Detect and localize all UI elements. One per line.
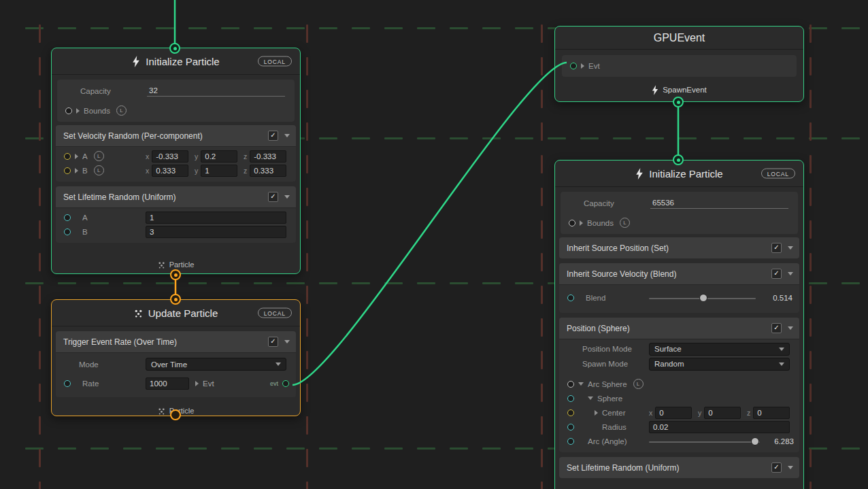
float-port[interactable] — [567, 438, 574, 445]
node-update-particle[interactable]: Update Particle LOCAL Trigger Event Rate… — [51, 299, 301, 416]
block-header[interactable]: Inherit Source Velocity (Blend) — [559, 263, 799, 285]
foldout-down-icon[interactable] — [588, 397, 593, 400]
block-set-lifetime-random[interactable]: Set Lifetime Random (Uniform) — [559, 457, 799, 478]
collapse-chevron-icon[interactable] — [788, 466, 793, 469]
x-field[interactable]: 0.333 — [152, 165, 188, 177]
vector3-port[interactable] — [567, 409, 574, 416]
event-input-port[interactable] — [570, 63, 577, 69]
collapse-chevron-icon[interactable] — [788, 246, 793, 250]
block-set-velocity-random[interactable]: Set Velocity Random (Per-component) A L … — [56, 125, 296, 182]
foldout-right-icon[interactable] — [595, 410, 598, 416]
capacity-field[interactable]: 65536 — [650, 197, 788, 209]
block-inherit-source-velocity[interactable]: Inherit Source Velocity (Blend) Blend 0.… — [559, 263, 799, 313]
block-trigger-event-rate[interactable]: Trigger Event Rate (Over Time) Mode Over… — [56, 331, 296, 397]
enabled-checkbox[interactable] — [268, 131, 278, 141]
flow-port-initialize-left-bottom[interactable] — [170, 269, 181, 280]
block-header[interactable]: Set Lifetime Random (Uniform) — [56, 186, 296, 208]
flow-port-update-top[interactable] — [170, 294, 181, 305]
block-header[interactable]: Set Velocity Random (Per-component) — [56, 125, 296, 147]
block-inherit-source-position[interactable]: Inherit Source Position (Set) — [559, 237, 799, 258]
y-field[interactable]: 0.2 — [201, 150, 237, 163]
z-field[interactable]: 0 — [753, 407, 790, 419]
bounds-port[interactable] — [65, 107, 72, 114]
foldout-right-icon[interactable] — [75, 168, 78, 173]
collapse-chevron-icon[interactable] — [788, 272, 793, 275]
y-field[interactable]: 1 — [201, 165, 237, 177]
spawn-mode-dropdown[interactable]: Random — [649, 358, 790, 371]
flow-port-initialize-left-top[interactable] — [169, 43, 180, 54]
axis-x-label: x — [146, 167, 149, 175]
value-field[interactable]: 1 — [146, 212, 286, 224]
float-port[interactable] — [567, 294, 574, 301]
enabled-checkbox[interactable] — [268, 337, 278, 347]
enabled-checkbox[interactable] — [771, 462, 782, 473]
block-position-sphere[interactable]: Position (Sphere) Position Mode Surface … — [559, 318, 799, 452]
arc-angle-slider[interactable] — [649, 441, 760, 443]
radius-field[interactable]: 0.02 — [649, 421, 790, 433]
local-space-icon[interactable]: L — [116, 105, 127, 116]
collapse-chevron-icon[interactable] — [284, 195, 290, 199]
enabled-checkbox[interactable] — [268, 192, 278, 202]
node-initialize-particle-right[interactable]: Initialize Particle LOCAL Capacity 65536… — [554, 160, 804, 489]
event-output-port[interactable] — [282, 380, 289, 387]
x-field[interactable]: -0.333 — [152, 150, 188, 163]
arc-angle-value[interactable]: 6.283 — [761, 437, 794, 445]
local-space-icon[interactable]: L — [94, 151, 104, 161]
foldout-down-icon[interactable] — [578, 382, 584, 386]
float-port[interactable] — [64, 214, 71, 221]
arc-angle-label: Arc (Angle) — [588, 437, 627, 445]
foldout-right-icon[interactable] — [76, 108, 80, 114]
enabled-checkbox[interactable] — [771, 243, 782, 253]
foldout-right-icon[interactable] — [195, 381, 199, 386]
flow-port-initialize-right-top[interactable] — [673, 154, 684, 165]
enabled-checkbox[interactable] — [771, 269, 782, 279]
local-space-icon[interactable]: L — [94, 165, 104, 175]
vector3-port[interactable] — [64, 167, 71, 174]
foldout-right-icon[interactable] — [75, 154, 78, 159]
vfx-graph-canvas[interactable]: Initialize Particle LOCAL Capacity 32 Bo… — [0, 0, 868, 489]
collapse-chevron-icon[interactable] — [788, 326, 793, 330]
axis-y-label: y — [195, 167, 198, 175]
blend-slider[interactable] — [649, 298, 756, 299]
float-port[interactable] — [64, 229, 71, 235]
foldout-right-icon[interactable] — [581, 63, 584, 69]
float-port[interactable] — [64, 380, 71, 387]
float-port[interactable] — [567, 424, 574, 431]
collapse-chevron-icon[interactable] — [284, 340, 290, 343]
node-initialize-particle-left[interactable]: Initialize Particle LOCAL Capacity 32 Bo… — [51, 48, 301, 274]
blend-value[interactable]: 0.514 — [760, 294, 792, 302]
capacity-field[interactable]: 32 — [147, 85, 285, 97]
flow-port-gpuevent-bottom[interactable] — [673, 97, 684, 107]
vector3-port[interactable] — [64, 153, 71, 160]
block-set-lifetime-random[interactable]: Set Lifetime Random (Uniform) A 1 B 3 — [56, 186, 296, 243]
bounds-port[interactable] — [569, 220, 575, 226]
arc-sphere-port[interactable] — [567, 381, 574, 388]
block-header[interactable]: Position (Sphere) — [559, 318, 799, 339]
y-field[interactable]: 0 — [704, 407, 741, 419]
mode-label: Mode — [79, 360, 99, 369]
value-field[interactable]: 3 — [146, 226, 286, 238]
block-header[interactable]: Inherit Source Position (Set) — [559, 237, 799, 258]
z-field[interactable]: 0.333 — [250, 165, 286, 177]
rate-field[interactable]: 1000 — [146, 377, 189, 390]
context-title-bar[interactable]: GPUEvent — [555, 27, 803, 50]
flow-port-update-bottom[interactable] — [170, 409, 181, 420]
sphere-port[interactable] — [567, 395, 574, 402]
local-space-icon[interactable]: L — [633, 379, 644, 389]
x-field[interactable]: 0 — [655, 407, 692, 419]
slider-knob[interactable] — [699, 294, 707, 302]
enabled-checkbox[interactable] — [771, 323, 782, 333]
z-field[interactable]: -0.333 — [250, 150, 286, 163]
local-space-icon[interactable]: L — [620, 218, 630, 228]
position-mode-dropdown[interactable]: Surface — [649, 343, 790, 356]
block-header[interactable]: Trigger Event Rate (Over Time) — [56, 331, 296, 353]
arc-angle-row: Arc (Angle) 6.283 — [559, 434, 799, 448]
collapse-chevron-icon[interactable] — [284, 134, 290, 137]
foldout-right-icon[interactable] — [580, 220, 583, 226]
slider-knob[interactable] — [751, 437, 759, 445]
mode-dropdown[interactable]: Over Time — [146, 358, 286, 371]
block-header[interactable]: Set Lifetime Random (Uniform) — [559, 457, 799, 478]
node-gpuevent[interactable]: GPUEvent Evt SpawnEvent — [554, 26, 804, 102]
block-title: Set Lifetime Random (Uniform) — [63, 192, 176, 202]
rate-row: Rate 1000 Evt evt — [56, 373, 296, 393]
